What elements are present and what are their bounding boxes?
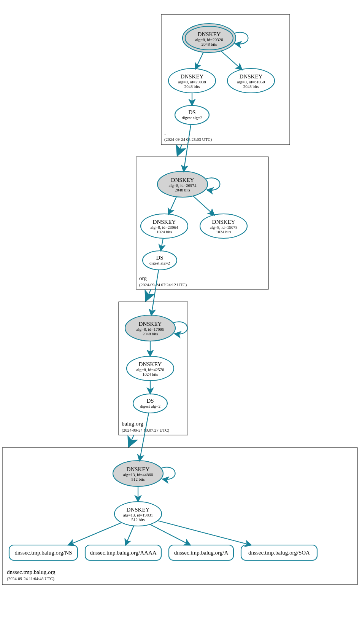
svg-text:DNSKEY: DNSKEY [181, 73, 204, 80]
svg-text:alg=8, id=23064: alg=8, id=23064 [151, 225, 178, 230]
zone-name-root: . [164, 130, 166, 136]
svg-text:alg=8, id=42576: alg=8, id=42576 [137, 367, 164, 372]
svg-text:alg=8, id=61050: alg=8, id=61050 [237, 80, 265, 84]
zone-name-org: org [139, 275, 147, 281]
leaf-ksk: DNSKEY alg=13, id=44866 512 bits [113, 461, 163, 486]
svg-text:dnssec.tmp.balug.org/SOA: dnssec.tmp.balug.org/SOA [248, 550, 310, 556]
org-ds: DS digest alg=2 [143, 251, 177, 270]
svg-text:2048 bits: 2048 bits [175, 188, 191, 192]
svg-text:digest alg=2: digest alg=2 [149, 261, 170, 265]
balug-ksk: DNSKEY alg=8, id=17095 2048 bits [125, 315, 175, 341]
svg-text:alg=13, id=19831: alg=13, id=19831 [123, 513, 153, 517]
org-zsk-15678: DNSKEY alg=8, id=15678 1024 bits [200, 214, 247, 238]
svg-text:alg=8, id=26974: alg=8, id=26974 [169, 183, 197, 188]
svg-text:dnssec.tmp.balug.org/NS: dnssec.tmp.balug.org/NS [15, 550, 72, 556]
zone-name-leaf: dnssec.tmp.balug.org [7, 569, 56, 575]
svg-text:dnssec.tmp.balug.org/AAAA: dnssec.tmp.balug.org/AAAA [90, 550, 156, 556]
svg-text:DNSKEY: DNSKEY [212, 219, 235, 225]
svg-text:DNSKEY: DNSKEY [127, 466, 150, 472]
svg-text:DNSKEY: DNSKEY [139, 321, 162, 327]
svg-text:alg=8, id=17095: alg=8, id=17095 [137, 327, 164, 332]
svg-text:DNSKEY: DNSKEY [139, 361, 162, 367]
svg-text:DNSKEY: DNSKEY [240, 73, 263, 80]
root-zsk-61050: DNSKEY alg=8, id=61050 2048 bits [227, 69, 275, 93]
svg-text:alg=8, id=20038: alg=8, id=20038 [178, 80, 206, 84]
zone-timestamp-leaf: (2024-09-24 11:04:48 UTC) [7, 576, 54, 581]
zone-timestamp-org: (2024-09-24 07:24:12 UTC) [139, 282, 187, 287]
balug-zsk: DNSKEY alg=8, id=42576 1024 bits [127, 356, 174, 381]
zone-name-balug: balug.org [122, 421, 143, 427]
svg-text:2048 bits: 2048 bits [143, 332, 158, 336]
dnssec-diagram: . (2024-09-24 05:25:03 UTC) DNSKEY alg=8… [0, 0, 362, 644]
root-ds: DS digest alg=2 [175, 105, 209, 124]
svg-text:DNSKEY: DNSKEY [171, 177, 194, 183]
svg-text:DNSKEY: DNSKEY [127, 507, 150, 513]
svg-text:alg=8, id=15678: alg=8, id=15678 [210, 225, 238, 230]
svg-text:1024 bits: 1024 bits [216, 230, 232, 234]
svg-text:digest alg=2: digest alg=2 [140, 404, 160, 408]
svg-text:digest alg=2: digest alg=2 [182, 115, 202, 120]
svg-text:2048 bits: 2048 bits [184, 84, 200, 89]
svg-text:DNSKEY: DNSKEY [198, 31, 221, 37]
svg-text:DS: DS [188, 109, 195, 115]
org-ksk: DNSKEY alg=8, id=26974 2048 bits [157, 171, 208, 197]
svg-text:1024 bits: 1024 bits [157, 230, 172, 234]
svg-text:dnssec.tmp.balug.org/A: dnssec.tmp.balug.org/A [174, 550, 229, 556]
svg-text:2048 bits: 2048 bits [202, 42, 217, 46]
balug-ds: DS digest alg=2 [133, 394, 167, 413]
svg-text:DNSKEY: DNSKEY [153, 219, 176, 225]
root-zsk-20038: DNSKEY alg=8, id=20038 2048 bits [168, 69, 216, 93]
svg-text:2048 bits: 2048 bits [243, 84, 259, 89]
svg-text:alg=13, id=44866: alg=13, id=44866 [123, 472, 153, 477]
org-zsk-23064: DNSKEY alg=8, id=23064 1024 bits [141, 214, 188, 238]
svg-text:DS: DS [146, 398, 154, 404]
svg-text:DS: DS [156, 255, 163, 261]
svg-text:1024 bits: 1024 bits [143, 372, 158, 376]
svg-text:512 bits: 512 bits [131, 477, 144, 481]
svg-text:alg=8, id=20326: alg=8, id=20326 [195, 37, 223, 42]
svg-text:512 bits: 512 bits [131, 517, 144, 522]
zone-box-leaf [2, 448, 357, 585]
root-ksk: DNSKEY alg=8, id=20326 2048 bits [183, 24, 236, 53]
